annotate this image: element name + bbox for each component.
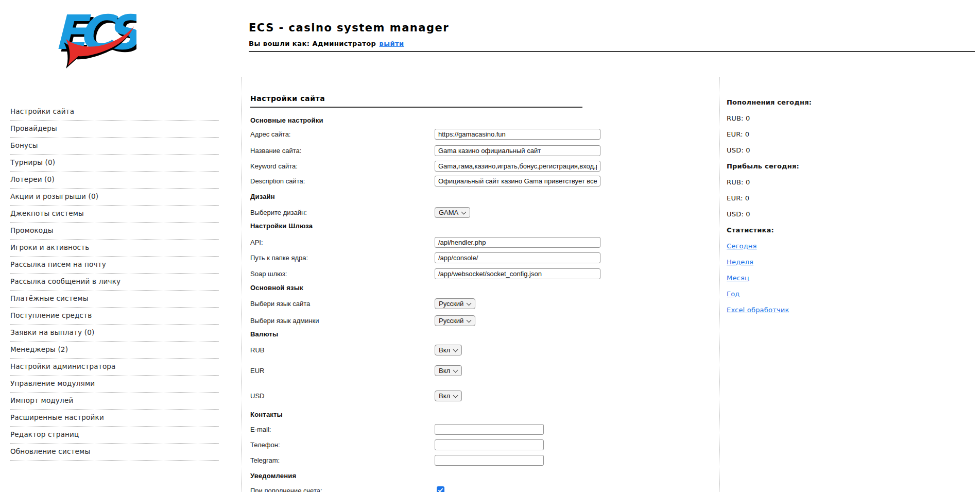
keywords-label: Keyword сайта: <box>250 161 298 172</box>
currency-rub-label: RUB <box>250 345 264 355</box>
sidebar-item-payment-systems[interactable]: Платёжные системы <box>10 291 219 308</box>
sidebar-item-site-settings[interactable]: Настройки сайта <box>10 104 219 121</box>
currency-eur-value: Вкл <box>439 367 450 375</box>
statistics-title: Статистика: <box>727 226 881 234</box>
chevron-down-icon <box>453 367 458 372</box>
description-input[interactable] <box>435 176 600 186</box>
currency-rub-select[interactable]: Вкл <box>435 345 462 355</box>
site-name-input[interactable] <box>435 145 600 156</box>
stats-year-link[interactable]: Год <box>727 290 740 298</box>
site-language-value: Русский <box>439 300 463 308</box>
form-row: Выбери язык админки Русский <box>250 315 606 327</box>
core-path-label: Путь к папке ядра: <box>250 252 308 263</box>
form-row: Путь к папке ядра: <box>250 252 606 264</box>
sidebar-item-bonuses[interactable]: Бонусы <box>10 138 219 155</box>
sidebar-item-incoming-funds[interactable]: Поступление средств <box>10 308 219 325</box>
currency-usd-label: USD <box>250 391 264 401</box>
site-url-input[interactable] <box>435 129 600 140</box>
keywords-input[interactable] <box>435 161 600 172</box>
form-row: Выбери язык сайта Русский <box>250 298 606 310</box>
main-panel-title: Настройки сайта <box>250 94 325 103</box>
sidebar-item-pm-newsletter[interactable]: Рассылка сообщений в личку <box>10 274 219 291</box>
stats-today-link[interactable]: Сегодня <box>727 242 757 250</box>
section-contacts: Контакты <box>250 411 283 418</box>
phone-label: Телефон: <box>250 439 280 450</box>
sidebar-item-email-newsletter[interactable]: Рассылка писем на почту <box>10 257 219 274</box>
design-label: Выберите дизайн: <box>250 207 307 218</box>
sidebar-item-promocodes[interactable]: Промокоды <box>10 223 219 240</box>
email-input[interactable] <box>435 424 544 435</box>
vertical-divider-left <box>241 77 242 492</box>
core-path-input[interactable] <box>435 252 600 263</box>
admin-language-select[interactable]: Русский <box>435 315 475 326</box>
check-icon <box>438 487 443 492</box>
site-name-label: Название сайта: <box>250 145 301 156</box>
site-language-label: Выбери язык сайта <box>250 298 310 309</box>
profit-rub: RUB: 0 <box>727 178 881 186</box>
sidebar-item-admin-settings[interactable]: Настройки администратора <box>10 359 219 376</box>
chevron-down-icon <box>453 347 458 352</box>
deposits-eur: EUR: 0 <box>727 130 881 139</box>
deposits-today-title: Пополнения сегодня: <box>727 98 881 107</box>
vertical-divider-right <box>719 77 720 492</box>
section-language: Основной язык <box>250 284 303 292</box>
deposits-rub: RUB: 0 <box>727 114 881 123</box>
deposits-usd: USD: 0 <box>727 146 881 155</box>
sidebar-item-advanced-settings[interactable]: Расширенные настройки <box>10 410 219 427</box>
chevron-down-icon <box>461 209 467 214</box>
sidebar-item-providers[interactable]: Провайдеры <box>10 121 219 138</box>
sidebar-item-managers[interactable]: Менеджеры (2) <box>10 342 219 359</box>
header-divider <box>249 51 975 52</box>
sidebar-item-system-update[interactable]: Обновление системы <box>10 444 219 461</box>
logout-link[interactable]: выйти <box>379 40 404 47</box>
api-input[interactable] <box>435 237 600 248</box>
sidebar-item-payout-requests[interactable]: Заявки на выплату (0) <box>10 325 219 342</box>
admin-language-label: Выбери язык админки <box>250 315 319 326</box>
deposit-notification-checkbox[interactable] <box>437 486 444 492</box>
ecs-logo: ECS ECS <box>51 5 136 72</box>
deposit-notification-label: При пополнение счета: <box>250 485 322 492</box>
description-label: Description сайта: <box>250 176 305 186</box>
email-label: E-mail: <box>250 424 271 435</box>
soap-input[interactable] <box>435 268 600 279</box>
excel-handler-link[interactable]: Excel обработчик <box>727 306 789 314</box>
profit-today-title: Прибыль сегодня: <box>727 162 881 171</box>
profit-eur: EUR: 0 <box>727 194 881 202</box>
form-row: Телефон: <box>250 439 606 451</box>
currency-eur-select[interactable]: Вкл <box>435 365 462 376</box>
section-gateway: Настройки Шлюза <box>250 222 313 230</box>
telegram-label: Telegram: <box>250 455 280 466</box>
form-row: Keyword сайта: <box>250 161 606 172</box>
api-label: API: <box>250 237 263 248</box>
stats-week-link[interactable]: Неделя <box>727 258 753 266</box>
phone-input[interactable] <box>435 439 544 450</box>
sidebar-item-promotions[interactable]: Акции и розыгрыши (0) <box>10 189 219 206</box>
chevron-down-icon <box>467 300 472 306</box>
stats-month-link[interactable]: Месяц <box>727 274 749 282</box>
login-status-text: Вы вошли как: Администратор <box>249 40 376 47</box>
form-row: API: <box>250 237 606 248</box>
currency-usd-value: Вкл <box>439 392 450 400</box>
main-panel-divider <box>250 107 582 108</box>
currency-usd-select[interactable]: Вкл <box>435 391 462 401</box>
sidebar-item-players-activity[interactable]: Игроки и активность <box>10 240 219 257</box>
sidebar-item-module-management[interactable]: Управление модулями <box>10 376 219 393</box>
form-row: Soap шлюз: <box>250 268 606 280</box>
design-select[interactable]: GAMA <box>435 207 470 218</box>
sidebar-item-module-import[interactable]: Импорт модулей <box>10 393 219 410</box>
sidebar-item-jackpots[interactable]: Джекпоты системы <box>10 206 219 223</box>
sidebar-item-lotteries[interactable]: Лотереи (0) <box>10 172 219 189</box>
currency-eur-label: EUR <box>250 365 264 376</box>
chevron-down-icon <box>453 393 458 398</box>
admin-language-value: Русский <box>439 317 463 325</box>
site-language-select[interactable]: Русский <box>435 298 475 309</box>
sidebar-item-page-editor[interactable]: Редактор страниц <box>10 427 219 444</box>
section-design: Дизайн <box>250 193 275 200</box>
design-select-value: GAMA <box>439 209 458 216</box>
sidebar-item-tournaments[interactable]: Турниры (0) <box>10 155 219 172</box>
section-basic-settings: Основные настройки <box>250 116 323 124</box>
telegram-input[interactable] <box>435 455 544 466</box>
sidebar-menu: Настройки сайта Провайдеры Бонусы Турнир… <box>10 104 219 461</box>
form-row: E-mail: <box>250 424 606 435</box>
form-row: Telegram: <box>250 455 606 466</box>
